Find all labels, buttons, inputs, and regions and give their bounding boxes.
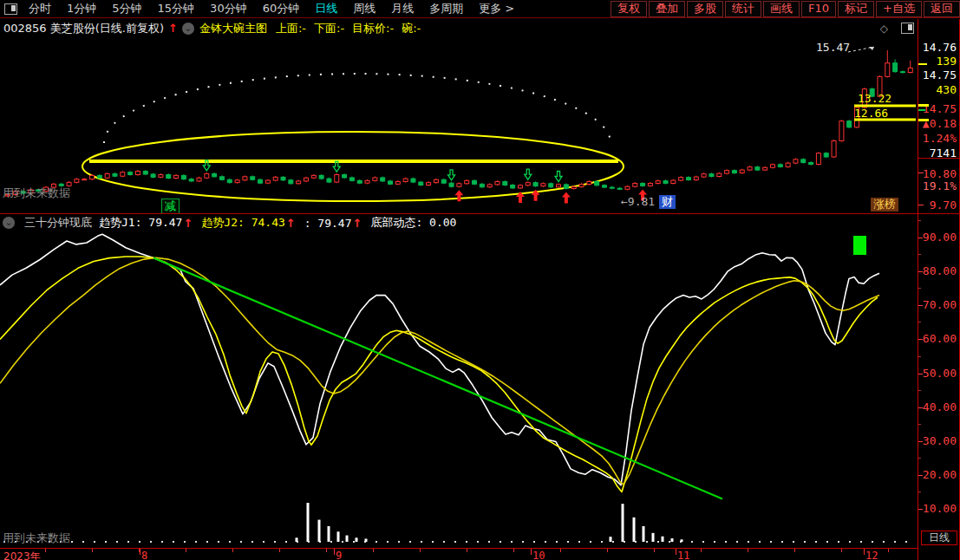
ytick <box>918 475 923 476</box>
sell-arrow-icon <box>555 171 562 181</box>
ytick-label-20: 20.00 <box>923 468 957 481</box>
window-panel-icon[interactable] <box>4 3 17 15</box>
marked-high-label: 15.47 <box>816 41 850 54</box>
j1-up-arrow-icon: ↑ <box>183 217 193 230</box>
indicator-name: 三十分钟现底 <box>24 215 92 231</box>
time-tick-minor <box>420 549 421 552</box>
time-tick-month <box>531 549 532 555</box>
time-tick-minor <box>373 549 374 552</box>
ytick <box>918 407 923 408</box>
time-tick-minor <box>45 549 46 552</box>
ytick-minor <box>918 356 921 357</box>
ytick-minor <box>918 492 921 492</box>
collapse-chevron-icon[interactable]: ⌄ <box>182 23 194 35</box>
time-axis: 2023年 89101112 <box>0 548 918 560</box>
period-box[interactable]: 日线 <box>921 531 957 545</box>
timeframe-menu: 分时1分钟5分钟15分钟30分钟60分钟日线周线月线多周期更多 > <box>21 1 522 16</box>
toolbar-button-返回[interactable]: 返回 <box>924 1 960 17</box>
time-tick-minor <box>888 549 889 552</box>
diamond-icon[interactable]: ◇ <box>880 23 888 35</box>
axis-tick <box>918 119 929 121</box>
ytick-label-30: 30.00 <box>923 434 957 447</box>
future-data-watermark: 用到未来数据 <box>3 186 70 201</box>
j3-up-arrow-icon: ↑ <box>353 217 362 230</box>
ytick <box>918 339 923 340</box>
ytick-minor <box>918 254 921 255</box>
menu-item-5分钟[interactable]: 5分钟 <box>104 1 149 16</box>
ytick-label-90: 90.00 <box>923 231 957 244</box>
menu-item-15分钟[interactable]: 15分钟 <box>150 1 203 16</box>
toolbar-button-F10[interactable]: F10 <box>801 1 836 17</box>
menu-item-多周期[interactable]: 多周期 <box>421 1 471 16</box>
menu-item-30分钟[interactable]: 30分钟 <box>202 1 255 16</box>
bottom-dynamic-value: 底部动态: 0.00 <box>370 215 456 231</box>
j1-value: 趋势J1: 79.47 <box>99 215 182 231</box>
ytick-minor <box>918 424 921 425</box>
axis-tick <box>918 109 925 111</box>
indicator-header: ⌄ 三十分钟现底 趋势J1: 79.47 ↑ 趋势J2: 74.43 ↑ : 7… <box>3 216 456 230</box>
j3-value: : 79.47 <box>304 217 352 230</box>
indicator-collapse-icon[interactable]: ⌄ <box>3 217 15 229</box>
toolbar-button-画线[interactable]: 画线 <box>763 1 800 17</box>
time-tick-month <box>334 549 335 555</box>
signal-marker <box>853 236 866 255</box>
axis-tick <box>918 173 924 173</box>
gainers-badge[interactable]: 涨榜 <box>871 198 898 212</box>
menu-item-月线[interactable]: 月线 <box>383 1 421 16</box>
right-axis-column: 日线 14.7613914.7543014.75▲0.181.24%714110… <box>918 19 960 560</box>
j2-value: 趋势J2: 74.43 <box>201 215 284 231</box>
buy-arrow-icon <box>454 190 463 201</box>
quote-label-14.75: 14.75 <box>923 68 957 81</box>
toolbar-button-标记[interactable]: 标记 <box>838 1 874 17</box>
ytick-minor <box>918 322 921 322</box>
split-window-icon[interactable] <box>901 23 914 34</box>
time-tick-month <box>676 549 676 555</box>
time-tick-minor <box>701 549 702 552</box>
field-upper: 上面:- <box>276 21 306 36</box>
sell-arrow-icon <box>525 169 532 179</box>
field-lower: 下面:- <box>314 21 344 36</box>
quote-label-7141: 7141 <box>930 147 957 160</box>
menu-item-60分钟[interactable]: 60分钟 <box>255 1 308 16</box>
main-indicator-title: 金钵大碗主图 <box>199 21 267 36</box>
time-tick-minor <box>748 549 748 552</box>
sell-arrow-icon <box>448 170 455 180</box>
ytick-label-40: 40.00 <box>923 400 957 413</box>
time-tick-minor <box>607 549 608 552</box>
ytick-label-50: 50.00 <box>923 367 957 380</box>
month-label-8: 8 <box>141 550 147 560</box>
menu-item-分时[interactable]: 分时 <box>21 1 59 16</box>
menu-item-周线[interactable]: 周线 <box>345 1 383 16</box>
toolbar-button-统计[interactable]: 统计 <box>725 1 761 17</box>
title-bar: 002856 美芝股份(日线.前复权) ↑ ⌄ 金钵大碗主图 上面:- 下面:-… <box>0 19 918 37</box>
toolbar: 分时1分钟5分钟15分钟30分钟60分钟日线周线月线多周期更多 > 复权叠加多股… <box>0 0 960 18</box>
toolbar-button-+自选[interactable]: +自选 <box>876 1 922 17</box>
menu-item-更多 >[interactable]: 更多 > <box>471 1 522 16</box>
quote-label-14.76: 14.76 <box>923 41 957 54</box>
toolbar-button-复权[interactable]: 复权 <box>611 1 647 17</box>
axis-tick <box>918 104 929 107</box>
toolbar-button-多股[interactable]: 多股 <box>687 1 723 17</box>
series-趋势J1 <box>0 234 879 485</box>
field-bowl: 碗:- <box>402 21 421 36</box>
price-up-arrow-icon: ↑ <box>168 22 178 35</box>
ytick <box>918 238 923 238</box>
menu-item-1分钟[interactable]: 1分钟 <box>59 1 104 16</box>
finance-badge[interactable]: 财 <box>659 195 676 209</box>
ytick <box>918 305 923 306</box>
time-tick-month <box>140 549 140 555</box>
reduce-badge[interactable]: 减 <box>161 199 180 214</box>
menu-item-日线[interactable]: 日线 <box>307 1 345 16</box>
year-label: 2023年 <box>3 550 41 560</box>
ytick <box>918 271 923 272</box>
indicator-panel-chart[interactable] <box>0 215 918 548</box>
time-tick-minor <box>560 549 561 552</box>
main-candlestick-chart[interactable] <box>0 37 918 213</box>
time-tick-minor <box>186 549 186 552</box>
marked-low-label: ←9.81 <box>621 195 655 208</box>
quote-label-10.80: 10.80 <box>923 167 957 180</box>
toolbar-buttons: 复权叠加多股统计画线F10标记+自选返回 <box>609 1 960 17</box>
toolbar-button-叠加[interactable]: 叠加 <box>649 1 685 17</box>
time-tick-minor <box>326 549 327 552</box>
panel-divider <box>0 213 960 214</box>
